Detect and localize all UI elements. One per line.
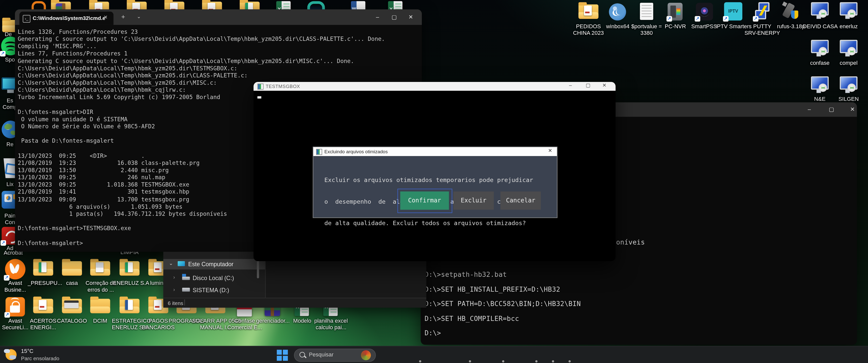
- testmsgbox-cursor-block: [257, 96, 261, 99]
- avast-business-icon[interactable]: [5, 259, 26, 279]
- explorer-statusbar: 6 itens: [163, 298, 426, 308]
- testmsgbox-titlebar[interactable]: TESTMSGBOX – ▢ ✕: [254, 82, 616, 91]
- weather-widget[interactable]: 15°C Parc ensolarado: [2, 346, 63, 363]
- terminal-line: Generating C source output to 'C:\Users\…: [18, 57, 418, 65]
- terminal-line: Generating C source output to 'C:\Users\…: [18, 36, 418, 43]
- smartpss-icon[interactable]: [696, 3, 713, 21]
- rdp-badge: [819, 9, 827, 18]
- putty-icon[interactable]: [754, 2, 771, 21]
- weather-temp: 15°C: [21, 348, 33, 354]
- testmsgbox-maximize-button[interactable]: ▢: [586, 82, 590, 88]
- tab-dropdown-icon[interactable]: ⌄: [137, 14, 141, 20]
- testmsgbox-minimize-button[interactable]: –: [569, 82, 572, 88]
- winbox64-icon[interactable]: [609, 3, 626, 21]
- cancelar-button[interactable]: Cancelar: [500, 192, 541, 210]
- excluir-button[interactable]: Excluir: [454, 192, 494, 210]
- search-icon-handle: [304, 356, 307, 358]
- dialog-titlebar[interactable]: Excluindo arquivos otimizados ✕: [313, 147, 557, 156]
- correcao-label2: erros do ...: [84, 287, 118, 293]
- silgen-rdp-icon[interactable]: [840, 76, 858, 95]
- explorer-scrollbar[interactable]: [257, 258, 259, 278]
- excluir-dialog[interactable]: Excluindo arquivos otimizados ✕ Excluir …: [313, 147, 558, 218]
- portvalue-file-icon[interactable]: [640, 3, 653, 20]
- ne-rdp-icon[interactable]: [811, 76, 829, 95]
- explorer-item-label: SISTEMA (D:): [192, 287, 229, 293]
- testmsgbox-app-icon: [257, 84, 264, 90]
- terminal-line: D:\>setpath-hb32.bat: [425, 267, 851, 282]
- iptv-smarters-icon[interactable]: IPTV: [724, 2, 742, 21]
- cmd2-maximize-button[interactable]: ▢: [827, 106, 836, 113]
- cmd-icon: ›_: [23, 15, 31, 23]
- drive-icon: [182, 277, 190, 280]
- terminal-line: Lines 1328, Functions/Procedures 23: [18, 28, 418, 36]
- rufus-icon[interactable]: [783, 2, 799, 21]
- doc-badge: [584, 5, 592, 15]
- cmd2-minimize-button[interactable]: –: [805, 106, 814, 113]
- pcnvr-icon[interactable]: [668, 3, 683, 21]
- tab-close-icon[interactable]: ✕: [103, 14, 108, 20]
- confirmar-button[interactable]: Confirmar: [400, 192, 449, 210]
- testmsgbox-title: TESTMSGBOX: [266, 84, 300, 89]
- taskbar: 15°C Parc ensolarado Pesquisar: [0, 346, 868, 363]
- avast-secureline-icon[interactable]: [5, 297, 25, 317]
- compel-rdp-icon[interactable]: [840, 40, 858, 58]
- running-indicator: [552, 360, 554, 363]
- panel-pie: [6, 196, 10, 200]
- cmd1-minimize-button[interactable]: –: [374, 14, 381, 21]
- excel-badge: [39, 262, 47, 272]
- search-input[interactable]: Pesquisar: [294, 349, 376, 362]
- gerenciador-label: gerenciador...: [255, 318, 291, 324]
- avast-business-label1: Avast: [0, 280, 31, 287]
- avast-secureline-label2: SecureLi...: [0, 324, 31, 331]
- enerluz-rdp-icon[interactable]: [840, 2, 858, 21]
- rdp-badge: [847, 84, 856, 92]
- terminal-line: D:\>SET HB_COMPILER=bcc: [425, 311, 851, 326]
- correcao-folder-icon[interactable]: [90, 261, 110, 275]
- enerluz-rdp-label: enerluz: [833, 23, 864, 30]
- start-button[interactable]: [277, 350, 288, 361]
- testmsgbox-close-button[interactable]: ✕: [602, 82, 607, 88]
- rdp-badge: [847, 47, 856, 56]
- explorer-row-este-computador[interactable]: ⌄ Este Computador: [163, 259, 265, 269]
- explorer-row-disco-local[interactable]: › Disco Local (C:): [163, 273, 265, 283]
- lens: [699, 6, 710, 16]
- shortcut-badge: [4, 312, 10, 318]
- explorer-status-text: 6 itens: [168, 300, 183, 306]
- chevron-right-icon[interactable]: ›: [173, 274, 175, 280]
- spotify-arcs: [7, 49, 14, 53]
- confase-rdp-icon[interactable]: [811, 40, 829, 58]
- running-indicator: [535, 360, 537, 363]
- running-indicator: [502, 360, 504, 363]
- deivid-casa-rdp-icon[interactable]: [811, 2, 829, 21]
- dialog-close-button[interactable]: ✕: [548, 148, 552, 153]
- doc-badge: [154, 300, 162, 310]
- acertos-folder-icon[interactable]: [33, 299, 53, 313]
- chevron-down-icon[interactable]: ⌄: [169, 261, 173, 266]
- casa-folder-icon[interactable]: [62, 261, 82, 275]
- shortcut-badge: [723, 16, 728, 22]
- word-badge: [125, 300, 133, 310]
- new-tab-button[interactable]: +: [121, 12, 125, 21]
- start-square: [277, 356, 282, 361]
- weather-desc: Parc ensolarado: [21, 355, 59, 361]
- catalogo-folder-icon[interactable]: [62, 299, 82, 313]
- ne-rdp-label: N&E: [804, 96, 835, 102]
- enerluz-folder-icon[interactable]: [120, 261, 140, 275]
- cmd2-body[interactable]: D:\>setpath-hb32.bat D:\>SET HB_INSTALL_…: [425, 267, 851, 342]
- excel-badge: [125, 262, 133, 272]
- estrategico-folder-icon[interactable]: [120, 299, 140, 313]
- cmd1-maximize-button[interactable]: ▢: [390, 14, 398, 21]
- explorer-row-sistema[interactable]: › SISTEMA (D:): [163, 285, 265, 295]
- pedidos-folder-icon[interactable]: [579, 4, 598, 19]
- cmd2-close-button[interactable]: ✕: [848, 106, 857, 113]
- presupu-folder-icon[interactable]: [33, 261, 53, 275]
- chevron-right-icon[interactable]: ›: [173, 287, 175, 292]
- cmd1-active-tab[interactable]: ›_ C:\Windows\System32\cmd.e ✕: [20, 11, 114, 25]
- portvalue-label2: 3380: [630, 30, 663, 37]
- avast-business-label2: Busine...: [0, 287, 31, 293]
- running-indicator: [568, 360, 571, 363]
- dcim-folder-icon[interactable]: [90, 299, 110, 313]
- avast-feather: [13, 264, 20, 274]
- doc-badge: [39, 300, 47, 310]
- cmd1-close-button[interactable]: ✕: [407, 14, 415, 21]
